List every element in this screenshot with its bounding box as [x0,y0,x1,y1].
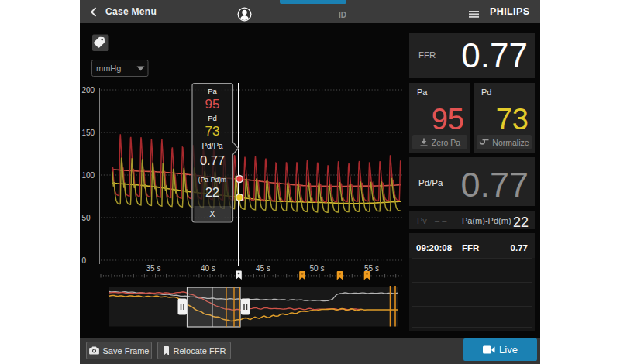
svg-text:55 s: 55 s [364,264,379,273]
svg-text:50 s: 50 s [310,264,325,273]
svg-text:100: 100 [82,171,95,180]
svg-text:73: 73 [205,124,220,139]
svg-text:150: 150 [82,129,95,137]
svg-text:45 s: 45 s [256,264,270,273]
svg-text:Pd/Pa: Pd/Pa [202,142,223,150]
svg-text:22: 22 [205,186,219,199]
svg-text:0: 0 [82,256,87,265]
svg-text:50: 50 [82,214,91,222]
svg-text:95: 95 [205,97,220,112]
svg-text:35 s: 35 s [146,264,161,273]
svg-text:X: X [209,209,215,218]
svg-text:200: 200 [82,86,95,94]
svg-text:Pa: Pa [208,87,217,95]
svg-text:0.77: 0.77 [200,153,225,167]
svg-text:(Pa-Pd)m: (Pa-Pd)m [198,176,226,184]
svg-text:40 s: 40 s [201,264,215,273]
svg-text:mmHg: mmHg [96,64,121,73]
svg-text:Pd: Pd [208,114,217,122]
